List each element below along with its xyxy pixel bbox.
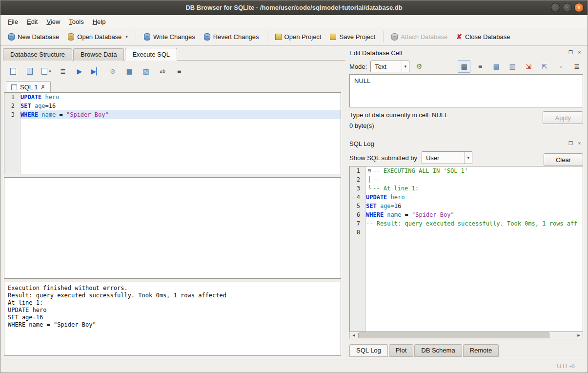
write-changes-icon [144, 33, 150, 41]
menu-view[interactable]: View [42, 17, 64, 27]
titlebar[interactable]: DB Browser for SQLite - /home/user/code/… [0, 0, 588, 15]
submitted-by-select[interactable]: User ▾ [422, 151, 472, 164]
code-text: UPDATE hero [20, 93, 341, 102]
tab-database-structure[interactable]: Database Structure [3, 48, 72, 61]
scroll-left-icon[interactable]: ◀ [350, 332, 358, 339]
save-sql-file-button[interactable] [23, 65, 36, 78]
dock-tab-bar: SQL Log Plot DB Schema Remote [349, 344, 583, 357]
close-sql-tab-icon[interactable]: ✗ [41, 84, 45, 90]
open-project-button[interactable]: Open Project [271, 31, 325, 43]
code-line[interactable]: 4UPDATE hero [350, 193, 583, 202]
menu-edit[interactable]: Edit [22, 17, 42, 27]
write-changes-button[interactable]: Write Changes [140, 31, 199, 43]
code-line[interactable]: 1⊟-- EXECUTING ALL IN 'SQL 1' [350, 166, 583, 175]
line-number: 1 [4, 93, 20, 102]
clear-log-button[interactable]: Clear [544, 153, 583, 166]
tab-browse-data-label: Browse Data [81, 51, 117, 58]
tab-browse-data[interactable]: Browse Data [73, 48, 124, 61]
export-results-button[interactable]: ▦ [123, 65, 136, 78]
save-results-icon: ▧ [142, 68, 149, 75]
code-line[interactable]: 2│-- [350, 175, 583, 184]
save-project-button[interactable]: Save Project [326, 31, 379, 43]
cell-mode-row: Mode: Text ▾ ⚙ ▤ ≡ ▤ ▥ ⇲ ⇱ ▫ ≣ [349, 59, 583, 74]
format-sql-button[interactable]: ≡ [173, 65, 185, 78]
print-cell-button[interactable]: ≣ [570, 60, 583, 73]
tab-plot[interactable]: Plot [389, 344, 413, 357]
open-database-caret-icon[interactable]: ▾ [125, 34, 128, 39]
minimize-icon: – [554, 5, 557, 10]
edit-cell-title: Edit Database Cell [349, 49, 566, 57]
line-number: 1 [350, 166, 366, 175]
save-sql-as-button[interactable]: ▾ [40, 65, 53, 78]
code-line[interactable]: 3└-- At line 1: [350, 184, 583, 193]
right-panel: Edit Database Cell ❐ × Mode: Text ▾ ⚙ ▤ … [345, 46, 588, 359]
maximize-icon: ▫ [567, 5, 568, 10]
float-dock-icon[interactable]: ❐ [567, 49, 574, 57]
revert-changes-button[interactable]: Revert Changes [200, 31, 263, 43]
save-cell-button[interactable]: ⇱ [538, 60, 551, 73]
scroll-right-icon[interactable]: ▶ [575, 332, 583, 339]
execute-line-button[interactable]: ▶▏ [90, 65, 102, 78]
scrollbar-thumb[interactable] [358, 332, 549, 338]
new-database-button[interactable]: New Database [4, 31, 63, 43]
code-line[interactable]: 3WHERE name = "Spider-Boy" [4, 110, 341, 119]
close-dock-icon[interactable]: × [576, 140, 583, 147]
open-database-button[interactable]: Open Database ▾ [64, 31, 132, 43]
cell-toolbar: ▤ ≡ ▤ ▥ ⇲ ⇱ ▫ ≣ [458, 60, 583, 73]
import-text-button[interactable]: ▤ [490, 60, 503, 73]
menu-tools[interactable]: Tools [64, 17, 88, 27]
find-replace-button[interactable]: ab [156, 65, 169, 78]
log-horizontal-scrollbar[interactable]: ◀ ▶ [349, 332, 583, 339]
menu-help[interactable]: Help [88, 17, 110, 27]
close-dock-icon[interactable]: × [576, 49, 583, 57]
code-line[interactable]: 7-- Result: query executed successfully.… [350, 219, 583, 228]
messages-pane: Execution finished without errors. Resul… [4, 282, 341, 356]
tab-db-schema[interactable]: DB Schema [414, 344, 462, 357]
sql-file-icon [11, 84, 17, 90]
cell-value-editor[interactable]: NULL [349, 74, 583, 107]
open-sql-file-button[interactable] [7, 65, 20, 78]
minimize-button[interactable]: – [551, 3, 560, 12]
window-controls: – ▫ × [551, 3, 584, 12]
code-line[interactable]: 6WHERE name = "Spider-Boy" [350, 210, 583, 219]
save-results-button[interactable]: ▧ [140, 65, 152, 78]
export-text-button[interactable]: ▥ [506, 60, 519, 73]
scrollbar-track[interactable] [358, 332, 575, 339]
sql-log-view[interactable]: 1⊟-- EXECUTING ALL IN 'SQL 1'2│--3└-- At… [349, 166, 583, 332]
close-database-button[interactable]: ✘ Close Database [452, 31, 514, 43]
main-content: Database Structure Browse Data Execute S… [0, 46, 588, 359]
set-null-icon: ⇲ [526, 63, 531, 70]
code-line[interactable]: 8 [350, 228, 583, 237]
code-line[interactable]: 2SET age=16 [4, 102, 341, 110]
code-line[interactable]: 1UPDATE hero [4, 93, 341, 102]
text-view-button[interactable]: ▤ [458, 60, 470, 73]
tab-execute-sql[interactable]: Execute SQL [125, 48, 177, 61]
auto-format-button[interactable]: ⚙ [413, 60, 426, 73]
results-pane [4, 177, 341, 279]
execute-all-button[interactable]: ▶ [73, 65, 86, 78]
set-null-button[interactable]: ⇲ [522, 60, 535, 73]
apply-button[interactable]: Apply [543, 111, 583, 124]
code-line[interactable]: 5SET age=16 [350, 202, 583, 210]
clear-cell-button[interactable]: ▫ [554, 60, 567, 73]
word-wrap-button[interactable]: ≡ [474, 60, 487, 73]
menu-file[interactable]: File [3, 17, 22, 27]
maximize-button[interactable]: ▫ [563, 3, 572, 12]
line-number: 8 [350, 228, 366, 237]
collapse-toggle-icon[interactable]: ⊟ [366, 166, 373, 175]
sql-doc-tab[interactable]: SQL 1 ✗ [6, 81, 51, 93]
sql-editor[interactable]: 1UPDATE hero2SET age=163WHERE name = "Sp… [4, 92, 341, 174]
tab-remote[interactable]: Remote [463, 344, 499, 357]
tab-database-structure-label: Database Structure [10, 51, 65, 58]
float-dock-icon[interactable]: ❐ [567, 140, 574, 147]
open-project-label: Open Project [284, 33, 322, 41]
submitted-by-caret-icon: ▾ [464, 152, 472, 164]
close-window-button[interactable]: × [574, 3, 584, 12]
print-button[interactable]: ≣ [57, 65, 69, 78]
mode-select[interactable]: Text ▾ [370, 61, 409, 72]
fold-guide: └ [366, 184, 373, 193]
save-cell-icon: ⇱ [542, 63, 547, 70]
tab-sql-log[interactable]: SQL Log [349, 344, 388, 357]
print-cell-icon: ≣ [574, 63, 580, 70]
gear-icon: ⚙ [416, 63, 423, 70]
